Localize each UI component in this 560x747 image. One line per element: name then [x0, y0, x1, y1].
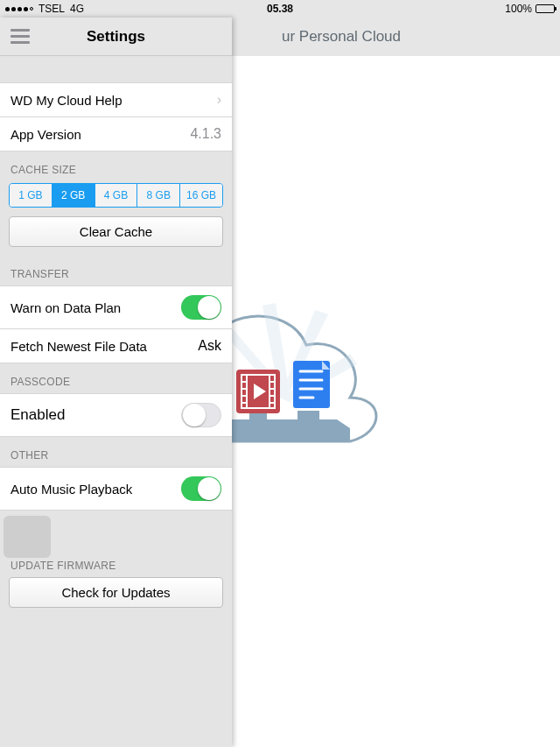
- transfer-section-header: TRANSFER: [0, 256, 232, 285]
- cache-option-0[interactable]: 1 GB: [10, 184, 52, 207]
- chevron-right-icon: ›: [217, 92, 221, 108]
- warn-toggle[interactable]: [181, 295, 221, 320]
- passcode-enabled-label: Enabled: [10, 406, 65, 424]
- cache-option-1[interactable]: 2 GB: [52, 184, 95, 207]
- version-label: App Version: [10, 127, 81, 142]
- help-row[interactable]: WD My Cloud Help ›: [0, 82, 232, 117]
- fetch-value: Ask: [198, 338, 221, 354]
- warn-label: Warn on Data Plan: [10, 300, 121, 315]
- cache-option-4[interactable]: 16 GB: [180, 184, 222, 207]
- network-label: 4G: [70, 3, 84, 15]
- firmware-section-header: UPDATE FIRMWARE: [0, 560, 232, 577]
- help-label: WD My Cloud Help: [10, 93, 122, 108]
- status-time: 05.38: [267, 3, 293, 15]
- version-row: App Version 4.1.3: [0, 117, 232, 152]
- cache-option-3[interactable]: 8 GB: [137, 184, 180, 207]
- check-updates-button[interactable]: Check for Updates: [9, 577, 223, 608]
- settings-panel: Settings WD My Cloud Help › App Version …: [0, 18, 232, 747]
- fetch-newest-row[interactable]: Fetch Newest File Data Ask: [0, 329, 232, 363]
- carrier-label: TSEL: [38, 3, 65, 15]
- auto-music-label: Auto Music Playback: [10, 482, 132, 497]
- battery-percent: 100%: [505, 3, 532, 15]
- cache-option-2[interactable]: 4 GB: [95, 184, 138, 207]
- status-bar: TSEL 4G 05.38 100%: [0, 0, 560, 18]
- auto-music-toggle[interactable]: [181, 476, 221, 501]
- clear-cache-button[interactable]: Clear Cache: [9, 216, 223, 247]
- panel-title: Settings: [87, 28, 145, 46]
- other-section-header: OTHER: [0, 437, 232, 467]
- version-value: 4.1.3: [190, 126, 221, 142]
- ghost-thumbnail: [4, 516, 51, 558]
- auto-music-row: Auto Music Playback: [0, 467, 232, 511]
- cache-section-header: CACHE SIZE: [0, 152, 232, 181]
- passcode-toggle[interactable]: [181, 403, 221, 427]
- cache-size-segmented[interactable]: 1 GB 2 GB 4 GB 8 GB 16 GB: [9, 183, 223, 208]
- passcode-enabled-row: Enabled: [0, 393, 232, 437]
- signal-dots-icon: [5, 7, 33, 11]
- battery-icon: [536, 4, 555, 13]
- warn-data-plan-row: Warn on Data Plan: [0, 285, 232, 329]
- fetch-label: Fetch Newest File Data: [10, 339, 147, 354]
- passcode-section-header: PASSCODE: [0, 363, 232, 393]
- panel-header: Settings: [0, 18, 232, 56]
- menu-icon[interactable]: [10, 18, 30, 55]
